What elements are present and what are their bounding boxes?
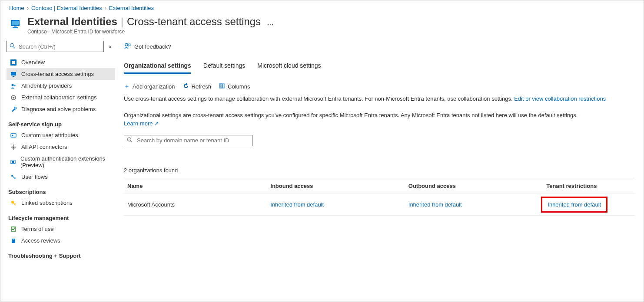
- sidebar-item-api-connectors[interactable]: All API connectors: [7, 141, 115, 153]
- inbound-link[interactable]: Inherited from default: [270, 201, 324, 208]
- svg-point-10: [12, 84, 14, 86]
- svg-point-11: [14, 85, 16, 86]
- tab-cloud[interactable]: Microsoft cloud settings: [257, 59, 321, 74]
- collab-restrictions-link[interactable]: Edit or view collaboration restrictions: [514, 95, 606, 102]
- sidebar-item-collab[interactable]: External collaboration settings: [7, 92, 115, 103]
- sidebar-item-label: External collaboration settings: [21, 94, 96, 101]
- svg-line-5: [13, 47, 15, 49]
- svg-rect-1: [12, 21, 19, 25]
- sidebar-item-label: Diagnose and solve problems: [21, 106, 96, 112]
- overview-icon: [10, 59, 17, 66]
- svg-point-25: [125, 43, 128, 46]
- sidebar-item-user-flows[interactable]: User flows: [7, 171, 115, 183]
- svg-rect-2: [14, 26, 17, 27]
- breadcrumb-contoso[interactable]: Contoso | External Identities: [31, 5, 102, 11]
- sidebar-item-label: All API connectors: [21, 144, 67, 150]
- extension-icon: [10, 159, 16, 165]
- sidebar-section-self-service: Self-service sign up: [7, 115, 115, 129]
- sidebar-item-label: Linked subscriptions: [21, 200, 73, 206]
- sidebar-item-terms[interactable]: Terms of use: [7, 223, 115, 235]
- columns-icon: [219, 83, 225, 90]
- breadcrumb-external[interactable]: External Identities: [109, 5, 154, 11]
- breadcrumb-sep: ›: [27, 5, 29, 11]
- org-count: 2 organizations found: [124, 167, 635, 174]
- sidebar-search[interactable]: [7, 41, 104, 52]
- restrictions-link[interactable]: Inherited from default: [548, 201, 601, 208]
- description-2: Organizational settings are cross-tenant…: [124, 110, 635, 129]
- flow-icon: [10, 174, 17, 180]
- search-icon: [10, 43, 15, 50]
- key-icon: [10, 200, 17, 206]
- svg-rect-9: [13, 76, 14, 77]
- cmd-label: Add organization: [133, 83, 175, 90]
- sidebar-item-diagnose[interactable]: Diagnose and solve problems: [7, 103, 115, 115]
- breadcrumb: Home › Contoso | External Identities › E…: [0, 0, 644, 13]
- sidebar-item-overview[interactable]: Overview: [7, 56, 115, 68]
- sidebar-item-label: Custom user attributes: [21, 132, 78, 138]
- organizations-table: Name Inbound access Outbound access Tena…: [124, 178, 635, 216]
- col-outbound[interactable]: Outbound access: [405, 178, 543, 194]
- sidebar-item-custom-attrs[interactable]: Custom user attributes: [7, 129, 115, 141]
- collapse-sidebar-icon[interactable]: «: [108, 43, 112, 50]
- table-row[interactable]: Microsoft Accounts Inherited from defaul…: [124, 194, 635, 215]
- gear-icon: [10, 95, 17, 101]
- add-organization-button[interactable]: ＋ Add organization: [124, 82, 175, 90]
- sidebar-section-lifecycle: Lifecycle management: [7, 209, 115, 223]
- command-bar: ＋ Add organization Refresh Columns: [124, 76, 635, 94]
- tabs: Organizational settings Default settings…: [124, 59, 635, 74]
- plus-icon: ＋: [124, 82, 130, 90]
- outbound-link[interactable]: Inherited from default: [408, 201, 462, 208]
- sidebar-item-cross-tenant[interactable]: Cross-tenant access settings: [7, 68, 115, 80]
- svg-point-13: [13, 97, 14, 98]
- sidebar-item-linked-subs[interactable]: Linked subscriptions: [7, 197, 115, 209]
- page-subtitle: Cross-tenant access settings: [127, 16, 261, 28]
- cmd-label: Refresh: [192, 83, 212, 90]
- more-actions-icon[interactable]: …: [267, 19, 274, 27]
- svg-point-16: [12, 135, 13, 136]
- svg-rect-3: [13, 27, 18, 28]
- svg-point-14: [14, 107, 17, 109]
- svg-rect-27: [221, 84, 222, 88]
- highlighted-restrictions: Inherited from default: [541, 197, 607, 213]
- refresh-icon: [183, 83, 189, 90]
- sidebar-search-input[interactable]: [18, 43, 101, 50]
- checkmark-icon: [10, 226, 17, 232]
- svg-point-4: [10, 43, 13, 47]
- feedback-button[interactable]: Got feedback?: [124, 41, 635, 59]
- feedback-icon: [124, 43, 131, 51]
- description-1: Use cross-tenant access settings to mana…: [124, 94, 635, 104]
- people-icon: [10, 83, 17, 89]
- connector-icon: [10, 144, 17, 150]
- svg-rect-26: [219, 84, 221, 88]
- svg-rect-28: [223, 84, 224, 88]
- cmd-label: Columns: [228, 83, 250, 90]
- refresh-button[interactable]: Refresh: [183, 82, 212, 90]
- sidebar-item-auth-ext[interactable]: Custom authentication extensions (Previe…: [7, 153, 115, 171]
- col-name[interactable]: Name: [124, 178, 267, 194]
- svg-rect-23: [12, 239, 15, 243]
- col-inbound[interactable]: Inbound access: [267, 178, 405, 194]
- monitor-icon: [10, 71, 17, 77]
- col-restrictions[interactable]: Tenant restrictions: [543, 178, 635, 194]
- org-search[interactable]: [124, 135, 252, 146]
- tab-organizational[interactable]: Organizational settings: [124, 59, 191, 74]
- search-icon: [127, 137, 133, 144]
- sidebar: « Overview Cross-tenant access settings …: [0, 39, 115, 301]
- sidebar-section-subscriptions: Subscriptions: [7, 183, 115, 197]
- learn-more-link[interactable]: Learn more ↗: [124, 120, 159, 127]
- sidebar-item-label: User flows: [21, 174, 48, 180]
- svg-rect-24: [13, 240, 14, 240]
- main-content: Got feedback? Organizational settings De…: [115, 39, 644, 301]
- breadcrumb-home[interactable]: Home: [9, 5, 24, 11]
- columns-button[interactable]: Columns: [219, 82, 250, 90]
- sidebar-item-providers[interactable]: All identity providers: [7, 80, 115, 92]
- breadcrumb-sep: ›: [104, 5, 106, 11]
- sidebar-item-access-reviews[interactable]: Access reviews: [7, 235, 115, 246]
- svg-rect-15: [11, 134, 16, 137]
- title-separator: |: [121, 16, 123, 28]
- svg-point-29: [127, 138, 131, 141]
- sidebar-item-label: Access reviews: [21, 237, 60, 244]
- tab-default[interactable]: Default settings: [203, 59, 246, 74]
- sidebar-item-label: Custom authentication extensions (Previe…: [20, 155, 112, 168]
- org-search-input[interactable]: [136, 137, 249, 144]
